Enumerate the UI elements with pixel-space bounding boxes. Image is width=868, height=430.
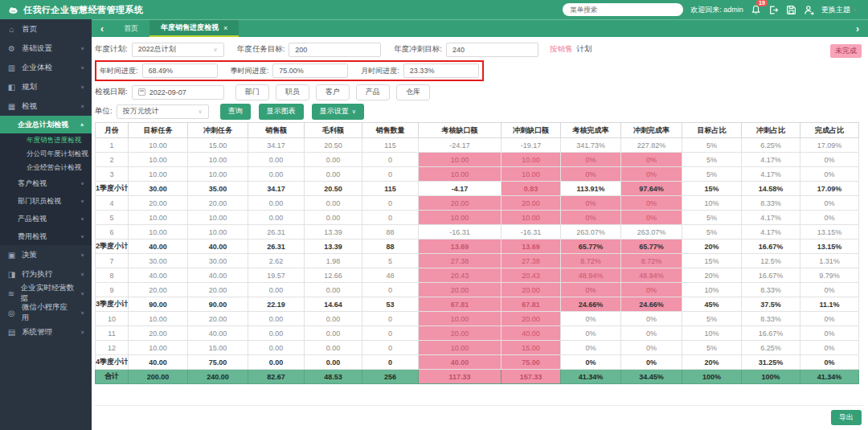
sidebar-leaf-item[interactable]: 年度销售进度检视 [0,133,92,147]
table-cell: 0 [362,167,419,182]
sidebar-item-label: 首页 [22,24,37,35]
sidebar-leaf-item[interactable]: 分公司年度计划检视 [0,147,92,161]
sidebar-item[interactable]: ⚙基础设置∨ [0,39,92,58]
sprint-target-input[interactable] [452,46,532,54]
chevron-down-icon: ∨ [80,234,84,239]
table-cell: 0% [800,196,859,211]
sidebar-item[interactable]: ▥企业体检∨ [0,58,92,77]
sidebar-section-item[interactable]: 费用检视∨ [0,227,92,245]
table-row: 合计200.00240.0082.6748.53256117.33157.334… [96,370,859,384]
tab-item[interactable]: 首页 [113,20,149,37]
sidebar-item[interactable]: ▣决策∨ [0,245,92,264]
table-cell: 0% [561,196,621,211]
table-row: 510.0010.000.000.00010.0010.000%0%5%4.17… [96,211,859,225]
close-icon[interactable]: × [223,24,227,32]
table-cell: 24.66% [561,297,621,312]
system-icon: ▤ [7,328,16,337]
table-cell: 0.00 [305,341,362,355]
table-cell: 15.00 [188,341,248,355]
table-cell: 12 [96,341,129,355]
tabs-back-icon[interactable]: ‹ [92,20,113,37]
column-header: 考核缺口额 [419,123,502,138]
unit-select[interactable]: 按万元统计 ∨ [117,104,209,119]
table-cell: 41.34% [561,370,621,384]
sidebar-item[interactable]: ≋企业实时经营数据∨ [0,284,92,303]
sprint-target-field[interactable] [446,43,538,57]
plan-select[interactable]: 2022总计划 ∨ [132,43,224,57]
sidebar-item[interactable]: ◨行为执行∨ [0,264,92,284]
year-progress-field[interactable] [142,63,218,78]
table-cell: 合计 [96,370,129,384]
table-cell: 100% [742,370,800,384]
scope-button[interactable]: 部门 [235,84,269,100]
sidebar-leaf-item[interactable]: 企业经营会计检视 [0,161,92,174]
column-header: 完成占比 [800,123,859,138]
notifications[interactable]: 19 [751,5,761,15]
table-cell: 0.00 [248,326,305,341]
review-date-picker[interactable]: 2022-09-07 [132,85,224,100]
chevron-down-icon: ∨ [199,109,203,115]
menu-search[interactable] [563,3,683,16]
chevron-down-icon: ∨ [80,46,84,51]
table-cell: 115 [362,138,419,153]
tabs-forward-icon[interactable]: › [847,20,868,37]
table-cell: 0.00 [305,326,362,341]
sidebar-item[interactable]: ⌂首页 [0,19,92,39]
scope-button[interactable]: 仓库 [396,84,430,100]
table-row: 210.0010.000.000.00010.0010.000%0%5%4.17… [96,153,859,167]
review-icon: ▦ [7,102,16,111]
logo: 任我行企业智慧经营管理系统 [0,4,144,16]
sidebar-item-label: 决策 [22,250,37,260]
month-progress-field[interactable] [403,63,479,78]
app-header: 任我行企业智慧经营管理系统 欢迎回来: admin 19 [0,0,868,19]
share-icon[interactable] [804,5,814,15]
task-target-field[interactable] [289,43,381,57]
sidebar-item[interactable]: ▦检视∧ [0,96,92,116]
table-cell: 20% [682,268,742,283]
display-settings-button[interactable]: 显示设置∨ [312,104,364,120]
sidebar-section-item[interactable]: 部门职员检视∨ [0,192,92,210]
export-button[interactable]: 导出 [831,410,862,425]
table-cell: 65.77% [561,240,621,254]
table-cell: 20.00 [419,326,502,341]
month-progress-input[interactable] [410,67,473,75]
scope-button[interactable]: 职员 [276,84,309,100]
table-cell: 115 [362,182,419,196]
sidebar-menu: ⌂首页⚙基础设置∨▥企业体检∨◧规划∨▦检视∧企业总计划检视∧年度销售进度检视分… [0,19,92,342]
logout-icon[interactable] [768,5,779,15]
sidebar-section-item[interactable]: 客户检视∨ [0,174,92,192]
table-cell: 30.00 [129,182,188,196]
query-button[interactable]: 查询 [220,104,251,120]
sidebar-item[interactable]: ◎微信小程序应用∨ [0,303,92,322]
save-icon[interactable] [786,5,796,15]
table-cell: 20.43 [502,268,561,283]
table-cell: 2 [96,153,129,167]
show-chart-button[interactable]: 显示图表 [259,104,304,120]
sidebar-section-label: 产品检视 [18,214,47,224]
table-cell: 26.31 [248,240,305,254]
table-cell: 0 [362,326,419,341]
quarter-progress-field[interactable] [272,63,348,78]
sidebar-section-item[interactable]: 企业总计划检视∧ [0,116,92,133]
table-cell: 0% [621,196,682,211]
table-cell: 14.58% [742,182,800,196]
table-cell: 0% [561,341,621,355]
year-progress-input[interactable] [149,67,211,75]
planning-icon: ◧ [7,83,16,92]
table-cell: 9.79% [800,268,859,283]
sidebar-section-item[interactable]: 产品检视∨ [0,210,92,227]
search-input[interactable] [570,6,676,14]
sidebar-item[interactable]: ▤系统管理∨ [0,322,92,342]
chevron-down-icon: ∨ [80,181,84,186]
table-cell: 88 [362,240,419,254]
sidebar-item-label: 检视 [22,101,37,112]
task-target-input[interactable] [295,46,375,54]
tab-item[interactable]: 年度销售进度检视× [149,20,239,37]
scope-button[interactable]: 客户 [316,84,350,100]
table-cell: 0.00 [248,312,305,326]
quarter-progress-input[interactable] [279,67,342,75]
table-cell: 0% [800,153,859,167]
sidebar-item[interactable]: ◧规划∨ [0,77,92,96]
scope-button[interactable]: 产品 [356,84,390,100]
theme-switcher[interactable]: 更换主题∨ [821,5,857,15]
